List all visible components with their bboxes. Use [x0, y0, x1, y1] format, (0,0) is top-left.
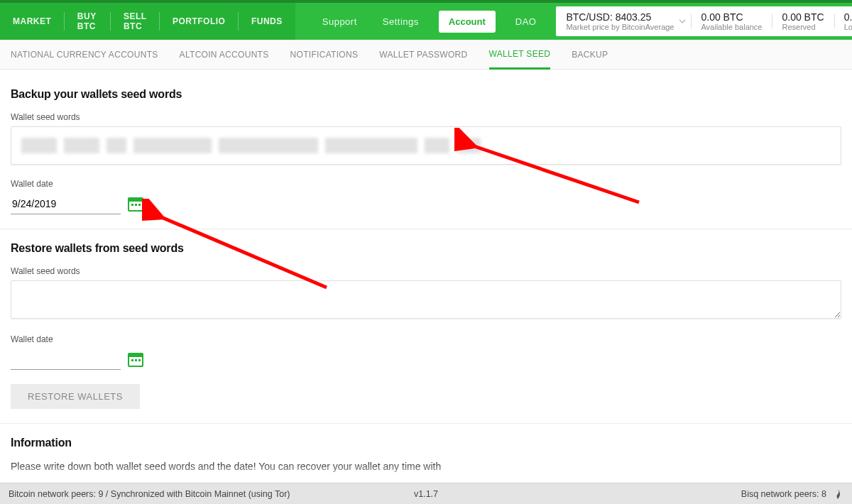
restore-seed-input[interactable]	[11, 280, 841, 319]
nav-right: Support Settings Account DAO BTC/USD: 84…	[295, 3, 852, 40]
bisq-logo-icon	[832, 488, 843, 500]
svg-rect-2	[131, 204, 133, 206]
nav-sell-btc[interactable]: SELL BTC	[111, 11, 159, 31]
subnav-backup[interactable]: BACKUP	[572, 40, 608, 69]
nav-funds[interactable]: FUNDS	[239, 16, 295, 26]
svg-rect-9	[138, 359, 141, 361]
subnav-national-currency[interactable]: NATIONAL CURRENCY ACCOUNTS	[11, 40, 158, 69]
account-subnav: NATIONAL CURRENCY ACCOUNTS ALTCOIN ACCOU…	[0, 40, 852, 70]
available-label: Available balance	[701, 23, 762, 31]
backup-date-row	[11, 193, 841, 214]
subnav-notifications[interactable]: NOTIFICATIONS	[290, 40, 359, 69]
footer-peers: Bisq network peers: 8	[741, 489, 826, 499]
footer-version: v1.1.7	[414, 489, 438, 499]
ticker-panel: BTC/USD: 8403.25 Market price by Bitcoin…	[556, 6, 852, 36]
svg-rect-7	[131, 359, 133, 361]
section-divider	[0, 423, 852, 424]
svg-rect-4	[138, 204, 141, 206]
backup-date-label: Wallet date	[11, 179, 841, 189]
status-bar: Bitcoin network peers: 9 / Synchronized …	[0, 483, 852, 504]
restore-date-row	[11, 349, 841, 370]
subnav-altcoin[interactable]: ALTCOIN ACCOUNTS	[180, 40, 269, 69]
reserved-value: 0.00 BTC	[782, 11, 824, 23]
subnav-wallet-password[interactable]: WALLET PASSWORD	[379, 40, 467, 69]
svg-rect-8	[135, 359, 137, 361]
svg-rect-3	[135, 204, 137, 206]
backup-date-input[interactable]	[11, 193, 121, 214]
restore-date-input[interactable]	[11, 349, 121, 370]
chevron-down-icon	[678, 16, 687, 28]
backup-section-title: Backup your wallets seed words	[11, 88, 841, 101]
locked-value: 0.00 BTC	[844, 11, 852, 23]
nav-buy-btc[interactable]: BUY BTC	[65, 11, 111, 31]
available-balance: 0.00 BTC Available balance	[691, 7, 772, 35]
nav-dao[interactable]: DAO	[503, 16, 550, 27]
price-dropdown[interactable]: BTC/USD: 8403.25 Market price by Bitcoin…	[556, 7, 691, 35]
reserved-balance: 0.00 BTC Reserved	[772, 7, 834, 35]
nav-market[interactable]: MARKET	[0, 16, 64, 26]
svg-rect-1	[129, 198, 143, 202]
footer-right-status: Bisq network peers: 8	[741, 488, 843, 500]
nav-portfolio[interactable]: PORTFOLIO	[160, 16, 239, 26]
backup-seed-display[interactable]	[11, 126, 841, 165]
locked-label: Locked	[844, 23, 852, 31]
reserved-label: Reserved	[782, 23, 824, 31]
available-value: 0.00 BTC	[701, 11, 762, 23]
calendar-icon[interactable]	[128, 196, 143, 212]
nav-settings[interactable]: Settings	[370, 16, 432, 27]
nav-left: MARKET BUY BTC SELL BTC PORTFOLIO FUNDS	[0, 3, 295, 40]
blurred-seed-words	[21, 138, 481, 153]
locked-balance: 0.00 BTC Locked	[834, 7, 852, 35]
price-label: BTC/USD: 8403.25	[566, 11, 681, 23]
restore-section-title: Restore wallets from seed words	[11, 242, 841, 255]
svg-rect-6	[129, 354, 143, 357]
restore-wallets-button[interactable]: RESTORE WALLETS	[11, 384, 140, 409]
section-divider	[0, 229, 852, 229]
content: Backup your wallets seed words Wallet se…	[0, 70, 852, 472]
footer-left-status: Bitcoin network peers: 9 / Synchronized …	[9, 489, 290, 499]
subnav-wallet-seed[interactable]: WALLET SEED	[489, 40, 551, 70]
backup-seed-label: Wallet seed words	[11, 112, 841, 122]
information-title: Information	[11, 437, 841, 449]
nav-account[interactable]: Account	[439, 11, 496, 33]
calendar-icon[interactable]	[128, 351, 143, 367]
restore-seed-label: Wallet seed words	[11, 266, 841, 276]
information-body: Please write down both wallet seed words…	[11, 461, 841, 472]
nav-support[interactable]: Support	[310, 16, 370, 27]
price-sub: Market price by BitcoinAverage	[566, 23, 681, 31]
restore-date-label: Wallet date	[11, 334, 841, 344]
top-nav: MARKET BUY BTC SELL BTC PORTFOLIO FUNDS …	[0, 0, 852, 40]
